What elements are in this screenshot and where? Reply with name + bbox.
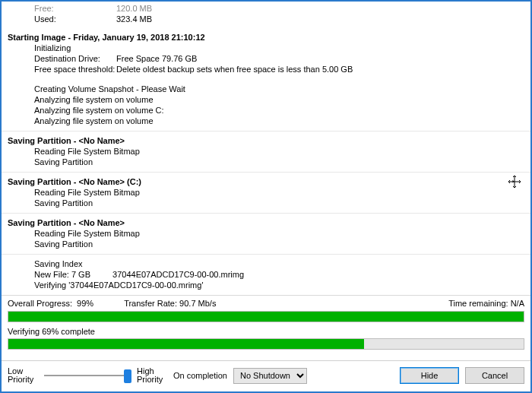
- log-line: Initializing: [8, 43, 524, 53]
- log-line: Saving Partition: [8, 157, 524, 167]
- separator: [2, 172, 530, 173]
- on-completion-label: On completion: [173, 371, 227, 380]
- log-line: Analyzing file system on volume C:: [8, 105, 524, 116]
- high-priority-label: High Priority: [137, 367, 164, 384]
- verify-progress-bar: [8, 338, 524, 350]
- verify-label: Verifying 69% complete: [8, 327, 524, 336]
- used-row-partial: Free: 120.0 MB: [8, 3, 524, 14]
- priority-slider[interactable]: [44, 368, 128, 383]
- used-row: Used: 323.4 MB: [8, 14, 524, 24]
- time-remaining-label: Time remaining:: [448, 299, 508, 308]
- transfer-rate-label: Transfer Rate:: [124, 299, 177, 308]
- low-priority-label: Low Priority: [8, 367, 35, 384]
- footer-bar: Low Priority High Priority On completion…: [2, 360, 530, 391]
- hide-button[interactable]: Hide: [400, 367, 459, 384]
- log-line: Reading File System Bitmap: [8, 146, 524, 157]
- progress-section: Overall Progress: 99% Transfer Rate: 90.…: [2, 296, 530, 357]
- separator: [2, 254, 530, 255]
- log-line: Creating Volume Snapshot - Please Wait: [8, 84, 524, 94]
- time-remaining-value: N/A: [511, 299, 524, 308]
- log-pane: Free: 120.0 MB Used: 323.4 MB Starting I…: [2, 2, 530, 296]
- overall-progress-fill: [8, 312, 524, 322]
- saving-partition-header: Saving Partition - <No Name>: [8, 217, 524, 228]
- log-line: Saving Index: [8, 258, 524, 269]
- overall-progress-bar: [8, 311, 524, 322]
- overall-progress-value: 99%: [77, 299, 93, 308]
- transfer-rate-value: 90.7 Mb/s: [179, 299, 216, 308]
- log-line: Analyzing file system on volume: [8, 116, 524, 126]
- verify-progress-fill: [8, 339, 364, 349]
- saving-partition-header: Saving Partition - <No Name> (C:): [8, 176, 524, 187]
- log-line: Destination Drive: Free Space 79.76 GB: [8, 53, 524, 64]
- cancel-button[interactable]: Cancel: [465, 367, 524, 384]
- overall-progress-label: Overall Progress:: [8, 299, 72, 308]
- log-line: Saving Partition: [8, 239, 524, 249]
- log-line: Analyzing file system on volume: [8, 94, 524, 105]
- log-line: Verifying '37044E07ADCD17C9-00-00.mrimg': [8, 280, 524, 290]
- log-line: Free space threshold: Delete oldest back…: [8, 64, 524, 74]
- starting-image-header: Starting Image - Friday, January 19, 201…: [8, 32, 524, 43]
- backup-progress-window: Free: 120.0 MB Used: 323.4 MB Starting I…: [0, 0, 532, 393]
- separator: [2, 213, 530, 214]
- on-completion-select[interactable]: No ShutdownShutdownRestartHibernateSleep: [233, 368, 307, 384]
- saving-partition-header: Saving Partition - <No Name>: [8, 135, 524, 146]
- log-line: Reading File System Bitmap: [8, 187, 524, 198]
- log-line: Reading File System Bitmap: [8, 228, 524, 239]
- log-line: Saving Partition: [8, 198, 524, 208]
- log-line: New File: 7 GB 37044E07ADCD17C9-00-00.mr…: [8, 269, 524, 280]
- slider-track: [44, 375, 128, 376]
- separator: [2, 131, 530, 132]
- slider-thumb[interactable]: [124, 369, 131, 383]
- overall-stats: Overall Progress: 99% Transfer Rate: 90.…: [8, 299, 524, 308]
